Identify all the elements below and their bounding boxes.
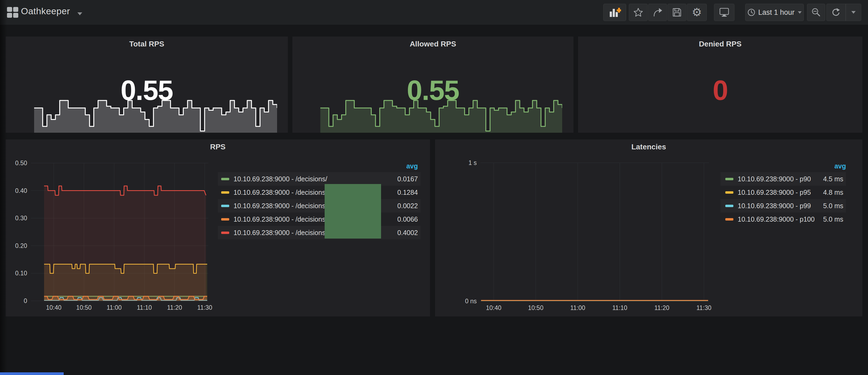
series-avg-value: 0.0167 bbox=[398, 175, 418, 183]
x-tick-label: 11:10 bbox=[128, 304, 160, 311]
series-label[interactable]: 10.10.69.238:9000 - /decisions/ bbox=[234, 175, 327, 183]
navbar: Oathkeeper bbox=[0, 0, 868, 25]
share-dashboard-button[interactable] bbox=[648, 4, 667, 21]
allowed-rps-sparkline bbox=[320, 100, 562, 133]
series-color-swatch-icon[interactable] bbox=[221, 231, 229, 234]
y-tick-label: 0 bbox=[6, 298, 27, 305]
save-dashboard-button[interactable] bbox=[668, 4, 686, 21]
x-tick-label: 11:20 bbox=[159, 304, 191, 311]
bottom-left-blue-bar bbox=[0, 372, 64, 375]
add-panel-button[interactable] bbox=[603, 4, 626, 21]
panel-title[interactable]: Total RPS bbox=[6, 40, 288, 49]
series-color-swatch-icon[interactable] bbox=[221, 205, 229, 207]
time-range-label: Last 1 hour bbox=[758, 8, 794, 17]
series-avg-value: 4.8 ms bbox=[823, 189, 843, 196]
x-tick-label: 11:10 bbox=[603, 304, 636, 312]
time-range-caret-icon bbox=[798, 11, 802, 14]
x-tick-label: 10:40 bbox=[477, 304, 510, 312]
series-label[interactable]: 10.10.69.238:9000 - /decisions/ bbox=[234, 229, 327, 237]
total-rps-sparkline bbox=[34, 100, 277, 133]
settings-button[interactable]: ⚙ bbox=[687, 4, 707, 21]
panel-title[interactable]: Denied RPS bbox=[578, 40, 862, 49]
y-tick-label: 0.20 bbox=[6, 242, 27, 250]
legend-row: 10.10.69.238:9000 - /decisions/0.0022 bbox=[218, 199, 421, 213]
x-tick-label: 10:50 bbox=[520, 304, 552, 312]
share-icon bbox=[652, 7, 663, 17]
monitor-icon bbox=[719, 7, 730, 18]
grafana-dashboard: Oathkeeper bbox=[0, 0, 868, 375]
x-tick-label: 10:40 bbox=[38, 304, 70, 311]
series-color-swatch-icon[interactable] bbox=[725, 191, 733, 194]
gear-icon: ⚙ bbox=[692, 7, 702, 18]
legend-row: 10.10.69.238:9000 - /decisions/0.0167 bbox=[218, 172, 421, 186]
sidebar-edge-shadow bbox=[0, 0, 7, 375]
panel-title[interactable]: Latencies bbox=[435, 143, 862, 151]
series-avg-value: 0.0066 bbox=[398, 215, 418, 223]
refresh-caret-icon bbox=[851, 11, 856, 14]
series-label[interactable]: 10.10.69.238:9000 - /decisions/ bbox=[234, 215, 327, 223]
save-icon bbox=[672, 7, 682, 17]
y-tick-label: 0.10 bbox=[6, 270, 27, 277]
series-label[interactable]: 10.10.69.238:9000 - p100 bbox=[738, 215, 814, 223]
legend-avg-header[interactable]: avg bbox=[834, 162, 846, 170]
star-dashboard-button[interactable] bbox=[629, 4, 648, 21]
legend-row: 10.10.69.238:9000 - p995.0 ms bbox=[720, 199, 846, 213]
dashboard-title-caret-icon[interactable] bbox=[78, 12, 82, 15]
time-range-picker[interactable]: Last 1 hour bbox=[745, 4, 804, 21]
panel-denied-rps: Denied RPS 0 bbox=[578, 36, 862, 133]
refresh-interval-dropdown[interactable] bbox=[846, 4, 861, 21]
zoom-out-button[interactable] bbox=[807, 4, 825, 21]
star-icon bbox=[633, 7, 643, 17]
denied-rps-value: 0 bbox=[578, 76, 862, 104]
y-tick-label: 1 s bbox=[435, 159, 477, 166]
series-color-swatch-icon[interactable] bbox=[221, 178, 229, 180]
panel-rps-graph: RPS avg 10.10.69.238:9000 - /decisions/0… bbox=[6, 139, 430, 316]
series-label[interactable]: 10.10.69.238:9000 - /decisions/ bbox=[234, 202, 327, 210]
series-color-swatch-icon[interactable] bbox=[725, 178, 733, 180]
series-color-swatch-icon[interactable] bbox=[725, 218, 733, 221]
series-label[interactable]: 10.10.69.238:9000 - /decisions/ bbox=[234, 189, 327, 196]
panel-title[interactable]: RPS bbox=[6, 143, 430, 151]
legend-row: 10.10.69.238:9000 - p1005.0 ms bbox=[720, 213, 846, 226]
legend-avg-header[interactable]: avg bbox=[406, 162, 418, 170]
series-label[interactable]: 10.10.69.238:9000 - p95 bbox=[738, 189, 811, 196]
x-tick-label: 11:00 bbox=[98, 304, 130, 311]
x-tick-label: 11:20 bbox=[646, 304, 678, 312]
y-tick-label: 0.30 bbox=[6, 215, 27, 222]
refresh-icon bbox=[831, 7, 841, 17]
rps-chart-canvas[interactable] bbox=[31, 161, 208, 303]
y-tick-label: 0.40 bbox=[6, 187, 27, 194]
dashboard-title[interactable]: Oathkeeper bbox=[21, 6, 70, 17]
x-tick-label: 10:50 bbox=[68, 304, 100, 311]
legend-row: 10.10.69.238:9000 - /decisions/0.4002 bbox=[218, 226, 421, 239]
series-avg-value: 4.5 ms bbox=[823, 175, 843, 183]
series-avg-value: 0.4002 bbox=[398, 229, 418, 237]
cycle-view-mode-button[interactable] bbox=[714, 4, 735, 21]
y-tick-label: 0 ns bbox=[435, 298, 477, 305]
series-label[interactable]: 10.10.69.238:9000 - p90 bbox=[738, 175, 811, 183]
rps-legend: 10.10.69.238:9000 - /decisions/0.016710.… bbox=[218, 172, 421, 239]
series-color-swatch-icon[interactable] bbox=[221, 191, 229, 194]
y-tick-label: 0.50 bbox=[6, 160, 27, 167]
zoom-out-icon bbox=[811, 7, 821, 17]
refresh-button[interactable] bbox=[826, 4, 846, 21]
panel-total-rps: Total RPS 0.55 bbox=[6, 36, 288, 133]
panel-latencies-graph: Latencies avg 10.10.69.238:9000 - p904.5… bbox=[435, 139, 862, 316]
clock-icon bbox=[747, 8, 755, 17]
series-avg-value: 5.0 ms bbox=[823, 202, 843, 210]
x-tick-label: 11:30 bbox=[189, 304, 221, 311]
dashboards-grid-icon[interactable] bbox=[7, 7, 18, 18]
panel-title[interactable]: Allowed RPS bbox=[292, 40, 574, 49]
series-color-swatch-icon[interactable] bbox=[221, 218, 229, 221]
legend-row: 10.10.69.238:9000 - /decisions/0.0066 bbox=[218, 213, 421, 226]
x-tick-label: 11:30 bbox=[688, 304, 720, 312]
green-overlay-box bbox=[324, 184, 381, 239]
latencies-chart-canvas[interactable] bbox=[480, 161, 709, 303]
x-tick-label: 11:00 bbox=[562, 304, 594, 312]
series-label[interactable]: 10.10.69.238:9000 - p99 bbox=[738, 202, 811, 210]
add-panel-icon bbox=[609, 7, 621, 18]
legend-row: 10.10.69.238:9000 - p954.8 ms bbox=[720, 186, 846, 199]
legend-row: 10.10.69.238:9000 - /decisions/0.1284 bbox=[218, 186, 421, 199]
series-color-swatch-icon[interactable] bbox=[725, 205, 733, 207]
legend-row: 10.10.69.238:9000 - p904.5 ms bbox=[720, 172, 846, 186]
